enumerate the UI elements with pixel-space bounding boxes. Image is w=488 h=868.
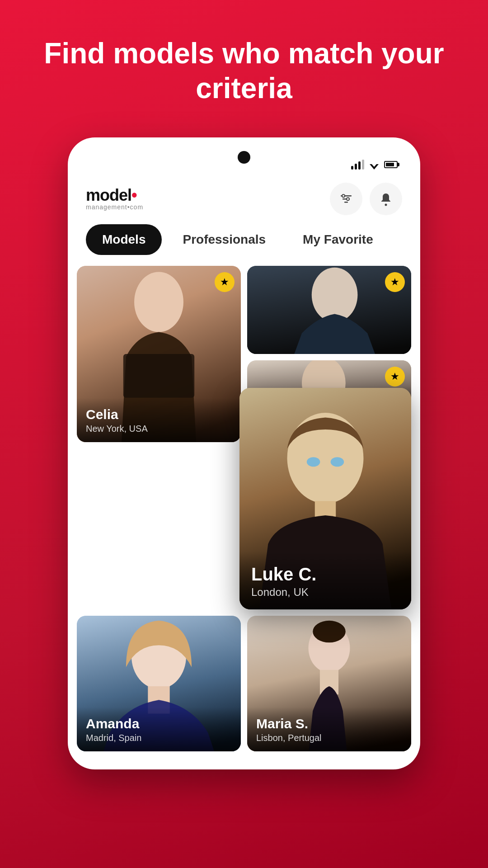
celia-overlay: Celia New York, USA [77, 398, 241, 442]
phone-frame: model• management•com [68, 137, 420, 769]
status-icons [351, 160, 398, 170]
wifi-icon [368, 160, 380, 170]
svg-point-8 [385, 203, 387, 206]
status-bar [68, 151, 420, 178]
svg-point-26 [313, 620, 346, 642]
model-card-celia[interactable]: ★ Celia New York, USA [77, 266, 241, 442]
tab-bar: Models Professionals My Favorite [68, 224, 420, 255]
star-badge-celia[interactable]: ★ [215, 272, 235, 292]
star-badge-will[interactable]: ★ [385, 367, 405, 387]
header-actions [330, 183, 402, 215]
maria-name: Maria S. [256, 716, 402, 731]
star-icon: ★ [220, 276, 229, 288]
logo-text: model• [86, 187, 143, 203]
model-card-amanda[interactable]: Amanda Madrid, Spain [77, 616, 241, 751]
svg-point-20 [331, 457, 344, 467]
maria-location: Lisbon, Pertugal [256, 733, 402, 743]
logo-subtext: management•com [86, 203, 143, 211]
svg-rect-11 [123, 354, 194, 398]
signal-icon [351, 160, 364, 170]
amanda-location: Madrid, Spain [86, 733, 232, 743]
svg-point-10 [134, 272, 183, 332]
star-icon-top: ★ [390, 276, 399, 288]
svg-point-7 [347, 198, 349, 200]
svg-point-19 [307, 457, 320, 467]
filter-button[interactable] [330, 183, 362, 215]
camera-dot [238, 151, 250, 164]
star-badge-topmodel[interactable]: ★ [385, 272, 405, 292]
luke-name: Luke C. [251, 564, 399, 585]
filter-icon [339, 192, 353, 206]
app-header: model• management•com [68, 178, 420, 224]
app-logo: model• management•com [86, 187, 143, 211]
amanda-name: Amanda [86, 716, 232, 731]
tab-professionals[interactable]: Professionals [166, 224, 282, 255]
bottom-row: Amanda Madrid, Spain [77, 616, 411, 751]
tab-models[interactable]: Models [86, 224, 162, 255]
celia-name: Celia [86, 407, 232, 422]
luke-overlay: Luke C. London, UK [239, 552, 411, 609]
model-card-maria[interactable]: Maria S. Lisbon, Pertugal [247, 616, 411, 751]
celia-location: New York, USA [86, 424, 232, 434]
model-card-luke-featured[interactable]: Luke C. London, UK [239, 388, 411, 609]
svg-point-6 [342, 194, 345, 197]
maria-overlay: Maria S. Lisbon, Pertugal [247, 707, 411, 751]
hero-title: Find models who match your criteria [0, 36, 488, 106]
bell-icon [379, 192, 393, 206]
notification-button[interactable] [370, 183, 402, 215]
battery-icon [384, 161, 398, 168]
tab-favorites[interactable]: My Favorite [286, 224, 389, 255]
svg-point-13 [312, 267, 358, 322]
amanda-overlay: Amanda Madrid, Spain [77, 707, 241, 751]
star-icon-will: ★ [390, 371, 399, 382]
svg-rect-5 [344, 202, 348, 203]
luke-location: London, UK [251, 586, 399, 599]
